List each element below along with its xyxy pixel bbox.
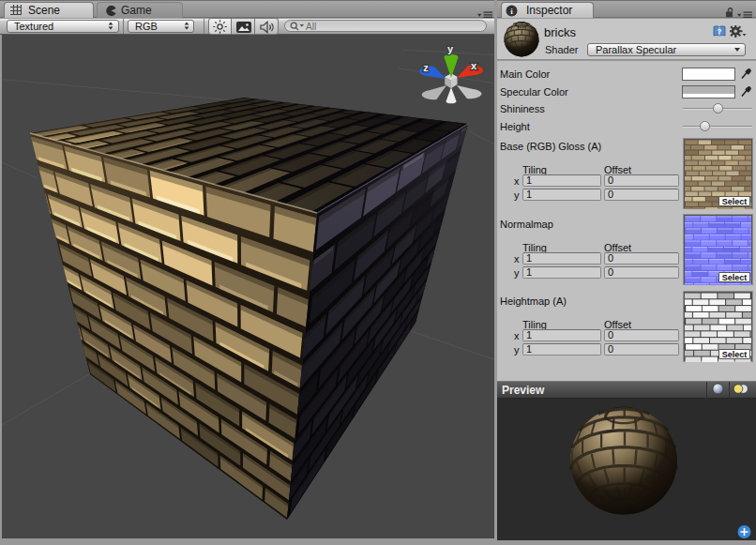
- svg-text:x: x: [471, 60, 477, 71]
- svg-text:?: ?: [718, 27, 722, 36]
- svg-text:y: y: [447, 43, 454, 54]
- svg-text:z: z: [423, 62, 429, 73]
